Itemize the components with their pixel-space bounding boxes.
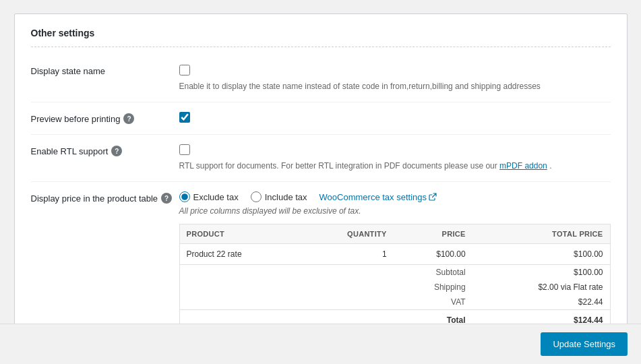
summary-vat-row: VAT $22.44: [179, 295, 610, 310]
include-tax-radio[interactable]: [251, 191, 262, 202]
exclude-tax-radio-label[interactable]: Exclude tax: [179, 191, 239, 202]
table-row: Product 22 rate 1 $100.00 $100.00: [179, 244, 610, 265]
settings-card: Other settings Display state name Enable…: [14, 13, 628, 357]
external-link-icon: [429, 193, 437, 201]
rtl-help-icon[interactable]: ?: [111, 146, 122, 156]
cell-product-name: Product 22 rate: [179, 244, 301, 265]
card-title: Other settings: [31, 28, 611, 47]
cell-quantity: 1: [301, 244, 394, 265]
vat-label: VAT: [394, 295, 472, 310]
display-state-name-checkbox[interactable]: [179, 65, 190, 75]
vat-value: $22.44: [472, 295, 610, 310]
shipping-value: $2.00 via Flat rate: [472, 280, 610, 295]
display-price-label: Display price in the product table ?: [31, 191, 179, 204]
cell-total: $100.00: [472, 244, 610, 265]
summary-shipping-row: Shipping $2.00 via Flat rate: [179, 280, 610, 295]
price-help-icon[interactable]: ?: [161, 193, 172, 204]
include-tax-radio-label[interactable]: Include tax: [251, 191, 307, 202]
col-product: PRODUCT: [179, 224, 301, 244]
tax-note: All price columns displayed will be excl…: [179, 206, 611, 216]
display-price-row: Display price in the product table ? Exc…: [31, 182, 611, 340]
display-state-name-label: Display state name: [31, 65, 179, 76]
footer-bar: Update Settings: [0, 324, 641, 364]
enable-rtl-checkbox[interactable]: [179, 144, 190, 155]
display-state-name-row: Display state name Enable it to display …: [31, 55, 611, 102]
preview-before-printing-content: [179, 112, 611, 125]
cell-price: $100.00: [394, 244, 472, 265]
preview-before-printing-checkbox[interactable]: [179, 112, 190, 123]
preview-help-icon[interactable]: ?: [123, 113, 134, 124]
woocommerce-tax-settings-link[interactable]: WooCommerce tax settings: [319, 192, 437, 202]
enable-rtl-content: RTL support for documents. For better RT…: [179, 144, 611, 172]
subtotal-label: Subtotal: [394, 265, 472, 280]
col-price: PRICE: [394, 224, 472, 244]
exclude-tax-radio[interactable]: [179, 191, 190, 202]
display-price-content: Exclude tax Include tax WooCommerce tax …: [179, 191, 611, 331]
col-quantity: QUANTITY: [301, 224, 394, 244]
enable-rtl-description: RTL support for documents. For better RT…: [179, 160, 611, 172]
mpdf-addon-link[interactable]: mPDF addon: [499, 161, 547, 171]
display-state-name-description: Enable it to display the state name inst…: [179, 80, 611, 92]
summary-subtotal-row: Subtotal $100.00: [179, 265, 610, 280]
display-state-name-content: Enable it to display the state name inst…: [179, 65, 611, 92]
enable-rtl-row: Enable RTL support ? RTL support for doc…: [31, 135, 611, 182]
product-preview-table: PRODUCT QUANTITY PRICE TOTAL PRICE Produ…: [179, 224, 611, 331]
shipping-label: Shipping: [394, 280, 472, 295]
preview-before-printing-label: Preview before printing ?: [31, 112, 179, 124]
col-total-price: TOTAL PRICE: [472, 224, 610, 244]
enable-rtl-label: Enable RTL support ?: [31, 144, 179, 156]
update-settings-button[interactable]: Update Settings: [541, 332, 628, 356]
table-header-row: PRODUCT QUANTITY PRICE TOTAL PRICE: [179, 224, 610, 244]
tax-radio-group: Exclude tax Include tax WooCommerce tax …: [179, 191, 611, 202]
subtotal-value: $100.00: [472, 265, 610, 280]
preview-before-printing-row: Preview before printing ?: [31, 102, 611, 135]
